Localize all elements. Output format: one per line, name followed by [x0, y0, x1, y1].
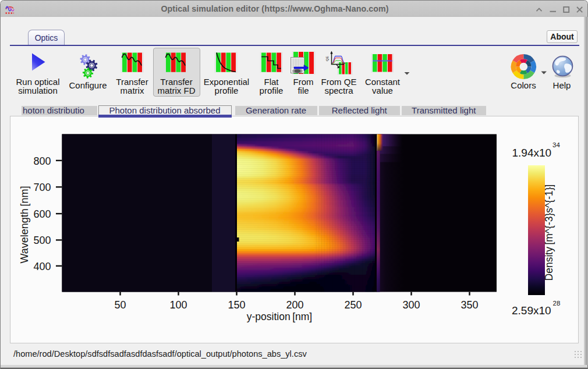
- svg-text:QE: QE: [325, 56, 329, 61]
